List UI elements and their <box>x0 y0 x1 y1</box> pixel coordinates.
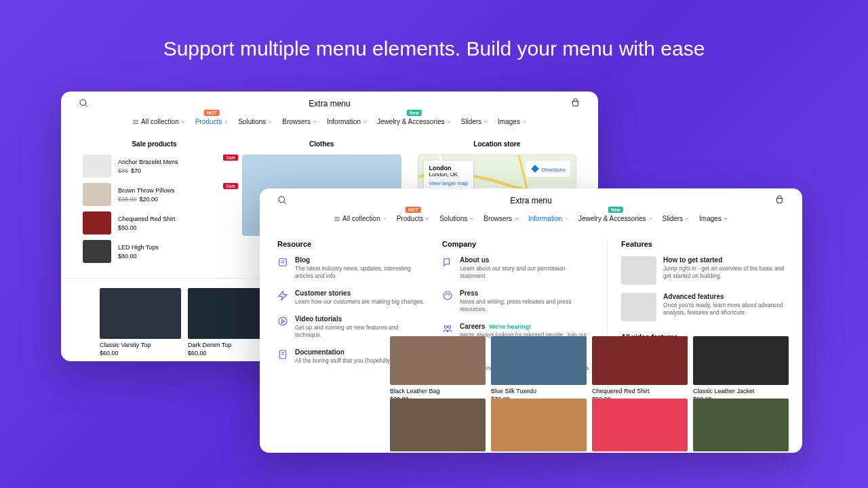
nav-jewelry[interactable]: NewJewelry & Accessories <box>578 215 652 222</box>
svg-point-5 <box>279 197 285 203</box>
chevron-down-icon <box>181 119 186 124</box>
nav-browsers[interactable]: Browsers <box>484 215 519 222</box>
nav-all-collection[interactable]: All collection <box>132 118 186 125</box>
nav-information[interactable]: Information <box>528 215 569 222</box>
main-nav: All collection HOTProducts Solutions Bro… <box>61 115 598 131</box>
product-grid: Black Leather Bag$30.00Blue Silk Tuxedo$… <box>390 336 789 403</box>
nav-browsers[interactable]: Browsers <box>282 118 317 125</box>
sale-product-row[interactable]: LED High Tops$80.00 <box>83 240 226 263</box>
brand-title: Extra menu <box>510 196 551 205</box>
svg-point-20 <box>448 326 451 329</box>
nav-products[interactable]: HOTProducts <box>397 215 430 222</box>
product-card[interactable] <box>491 399 587 451</box>
product-card[interactable] <box>693 399 789 451</box>
col-sale-heading: Sale products <box>83 140 226 148</box>
hot-badge: HOT <box>406 207 421 213</box>
svg-line-1 <box>85 104 87 106</box>
company-icon <box>442 257 453 268</box>
resource-item[interactable]: Video tutorialsGet up and running on new… <box>277 315 426 339</box>
company-heading: Company <box>442 240 591 248</box>
resource-icon <box>277 349 288 360</box>
product-card[interactable]: Dark Denim Top$60.00 <box>188 288 269 357</box>
view-larger-map-link[interactable]: View larger map <box>429 180 469 186</box>
company-item[interactable]: About usLearn about our story and our pe… <box>442 256 591 280</box>
sale-product-row[interactable]: Brown Throw Pillows$26.00$20.00Sale <box>83 183 226 206</box>
svg-marker-14 <box>282 319 285 323</box>
features-heading: Features <box>621 240 785 248</box>
product-card[interactable]: Chequered Red Shirt$50.00 <box>592 336 688 403</box>
product-card[interactable]: Classic Leather Jacket$80.00 <box>693 336 789 403</box>
sale-badge: Sale <box>223 183 238 189</box>
company-icon <box>442 323 453 334</box>
hot-badge: HOT <box>204 110 220 116</box>
sale-badge: Sale <box>223 155 238 161</box>
feature-item[interactable]: How to get startedJump right in - get an… <box>621 256 785 285</box>
resource-item[interactable]: Customer storiesLearn how our customers … <box>277 289 426 306</box>
resource-item[interactable]: BlogThe latest industry news, updates, i… <box>277 256 426 280</box>
new-badge: New <box>407 110 422 116</box>
product-card[interactable] <box>592 399 688 451</box>
map-info-box: LondonLondon, UKView larger map <box>424 161 474 190</box>
sale-product-row[interactable]: Anchor Bracelet Mens$85$70Sale <box>83 155 226 178</box>
company-icon <box>442 290 453 301</box>
main-nav: All collection HOTProducts Solutions Bro… <box>260 212 802 228</box>
product-grid-row2 <box>390 399 789 451</box>
product-card[interactable]: Classic Varsity Top$60.00 <box>100 288 181 357</box>
nav-solutions[interactable]: Solutions <box>238 118 273 125</box>
search-icon[interactable] <box>277 195 288 205</box>
resource-heading: Resource <box>277 240 426 248</box>
company-item[interactable]: PressNews and writing, press releases an… <box>442 289 591 313</box>
feature-thumb <box>621 256 656 285</box>
product-card[interactable]: Black Leather Bag$30.00 <box>390 336 486 403</box>
nav-jewelry[interactable]: NewJewelry & Accessories <box>377 118 451 125</box>
svg-point-19 <box>444 326 447 329</box>
nav-images[interactable]: Images <box>498 118 527 125</box>
product-card[interactable] <box>390 399 486 451</box>
nav-information[interactable]: Information <box>327 118 368 125</box>
nav-solutions[interactable]: Solutions <box>439 215 474 222</box>
nav-images[interactable]: Images <box>699 215 728 222</box>
search-icon[interactable] <box>79 98 89 108</box>
card-information-mega: Extra menu All collection HOTProducts So… <box>260 188 802 453</box>
col-clothes-heading: Clothes <box>242 140 401 148</box>
new-badge: New <box>608 207 623 213</box>
svg-point-13 <box>279 317 287 325</box>
product-card[interactable]: Blue Silk Tuxedo$70.00 <box>491 336 587 403</box>
brand-title: Extra menu <box>309 99 350 108</box>
resource-icon <box>277 316 288 327</box>
hero-heading: Support multiple menu elements. Build yo… <box>0 0 868 91</box>
nav-all-collection[interactable]: All collection <box>334 215 387 222</box>
cart-icon[interactable] <box>774 195 785 205</box>
svg-line-6 <box>283 201 285 203</box>
nav-products[interactable]: HOTProducts <box>195 118 229 125</box>
resource-icon <box>277 290 288 301</box>
svg-rect-10 <box>279 259 287 266</box>
feature-thumb <box>621 293 656 321</box>
nav-sliders[interactable]: Sliders <box>461 118 489 125</box>
directions-button[interactable]: Directions <box>526 161 570 177</box>
feature-item[interactable]: Advanced featuresOnce you're ready, lear… <box>621 293 785 321</box>
cart-icon[interactable] <box>570 98 580 108</box>
svg-point-18 <box>443 291 452 300</box>
card1-product-row: Classic Varsity Top$60.00 Dark Denim Top… <box>100 288 269 357</box>
sale-product-row[interactable]: Chequered Red Shirt$50.00 <box>83 211 226 235</box>
svg-point-0 <box>80 100 86 106</box>
col-location-heading: Location store <box>418 140 576 148</box>
resource-icon <box>277 257 288 268</box>
nav-sliders[interactable]: Sliders <box>663 215 690 222</box>
